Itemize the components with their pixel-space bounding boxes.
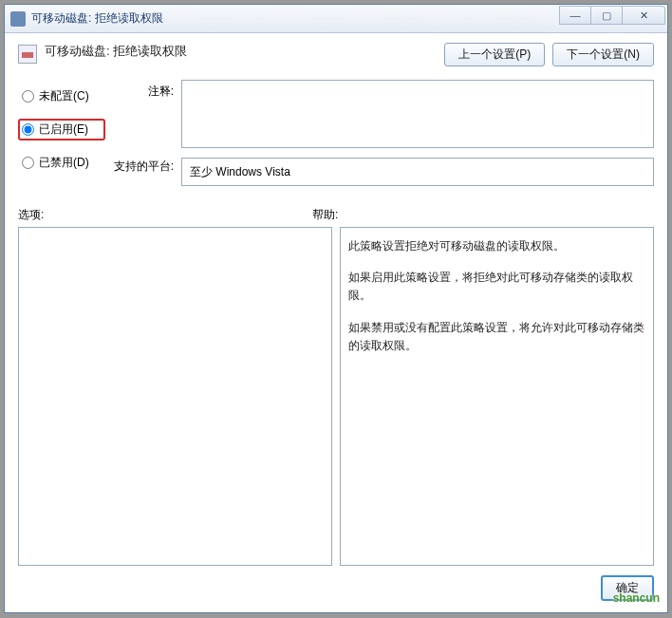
radio-not-configured[interactable]: 未配置(C) <box>18 85 105 107</box>
options-label: 选项: <box>18 207 312 223</box>
header-row: 可移动磁盘: 拒绝读取权限 上一个设置(P) 下一个设置(N) <box>18 43 654 66</box>
footer: 确定 <box>18 566 654 601</box>
field-labels: 注释: 支持的平台: <box>105 80 181 186</box>
comment-label: 注释: <box>105 84 174 100</box>
help-p3: 如果禁用或没有配置此策略设置，将允许对此可移动存储类的读取权限。 <box>348 319 645 355</box>
radio-enabled[interactable]: 已启用(E) <box>18 119 105 140</box>
panels-row: 此策略设置拒绝对可移动磁盘的读取权限。 如果启用此策略设置，将拒绝对此可移动存储… <box>18 227 654 566</box>
next-setting-button[interactable]: 下一个设置(N) <box>552 43 654 66</box>
window-buttons: — ▢ ✕ <box>560 6 665 25</box>
radio-enabled-label: 已启用(E) <box>39 122 88 138</box>
prev-setting-button[interactable]: 上一个设置(P) <box>444 43 545 66</box>
options-panel[interactable] <box>18 227 332 566</box>
dialog-window: 可移动磁盘: 拒绝读取权限 — ▢ ✕ 可移动磁盘: 拒绝读取权限 上一个设置(… <box>4 4 668 613</box>
field-inputs: 至少 Windows Vista <box>181 80 654 186</box>
section-labels: 选项: 帮助: <box>18 207 654 223</box>
policy-title: 可移动磁盘: 拒绝读取权限 <box>45 43 187 60</box>
radio-disabled-input[interactable] <box>22 157 34 169</box>
nav-buttons: 上一个设置(P) 下一个设置(N) <box>444 43 654 66</box>
titlebar[interactable]: 可移动磁盘: 拒绝读取权限 — ▢ ✕ <box>5 5 667 33</box>
minimize-button[interactable]: — <box>559 6 591 25</box>
radio-disabled[interactable]: 已禁用(D) <box>18 152 105 174</box>
help-p1: 此策略设置拒绝对可移动磁盘的读取权限。 <box>348 237 645 255</box>
radio-group: 未配置(C) 已启用(E) 已禁用(D) <box>18 80 105 186</box>
client-area: 可移动磁盘: 拒绝读取权限 上一个设置(P) 下一个设置(N) 未配置(C) 已… <box>5 33 667 612</box>
comment-textarea[interactable] <box>181 80 654 148</box>
help-p2: 如果启用此策略设置，将拒绝对此可移动存储类的读取权限。 <box>348 269 645 305</box>
maximize-button[interactable]: ▢ <box>590 6 623 25</box>
close-button[interactable]: ✕ <box>622 6 665 25</box>
radio-enabled-input[interactable] <box>22 123 34 136</box>
config-row: 未配置(C) 已启用(E) 已禁用(D) 注释: 支持的平台: 至少 Windo… <box>18 80 654 186</box>
radio-not-configured-label: 未配置(C) <box>39 88 89 104</box>
platform-box[interactable]: 至少 Windows Vista <box>181 158 654 186</box>
radio-not-configured-input[interactable] <box>22 90 34 103</box>
app-icon <box>10 11 26 27</box>
help-panel[interactable]: 此策略设置拒绝对可移动磁盘的读取权限。 如果启用此策略设置，将拒绝对此可移动存储… <box>340 227 654 566</box>
ok-button[interactable]: 确定 <box>601 575 654 601</box>
platform-value: 至少 Windows Vista <box>190 165 290 178</box>
policy-icon <box>18 45 37 64</box>
help-label: 帮助: <box>312 207 338 223</box>
platform-label: 支持的平台: <box>105 159 174 175</box>
radio-disabled-label: 已禁用(D) <box>39 155 89 171</box>
